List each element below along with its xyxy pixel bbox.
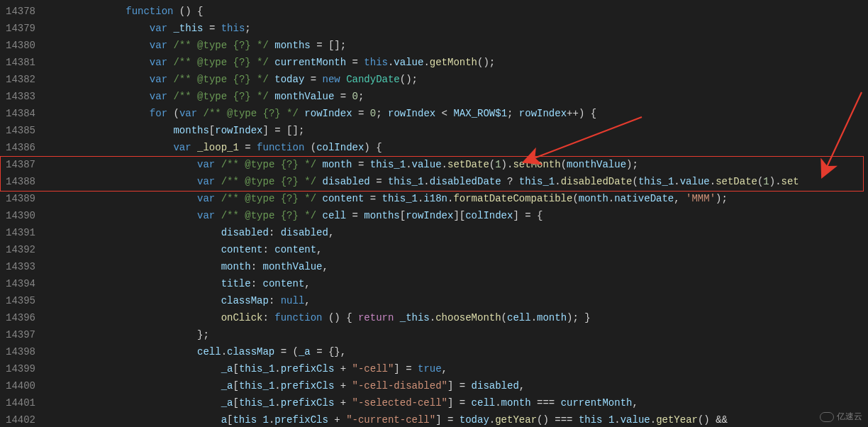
code-line[interactable]: title: content, xyxy=(78,275,868,292)
code-line[interactable]: classMap: null, xyxy=(78,292,868,309)
line-number: 14386 xyxy=(6,139,35,156)
line-number: 14383 xyxy=(6,88,35,105)
code-line[interactable]: function () { xyxy=(78,3,868,20)
line-number: 14380 xyxy=(6,37,35,54)
line-number: 14401 xyxy=(6,394,35,411)
watermark: 亿速云 xyxy=(820,411,862,423)
code-line[interactable]: var /** @type {?} */ disabled = this_1.d… xyxy=(78,173,868,190)
code-line[interactable]: content: content, xyxy=(78,241,868,258)
code-line[interactable]: _a[this_1.prefixCls + "-selected-cell"] … xyxy=(78,394,868,411)
line-number: 14392 xyxy=(6,241,35,258)
line-number: 14397 xyxy=(6,326,35,343)
code-line[interactable]: cell.classMap = (_a = {}, xyxy=(78,343,868,360)
line-number: 14389 xyxy=(6,190,35,207)
watermark-text: 亿速云 xyxy=(837,411,862,423)
line-number: 14398 xyxy=(6,343,35,360)
code-line[interactable]: var _this = this; xyxy=(78,20,868,37)
code-line[interactable]: var /** @type {?} */ month = this_1.valu… xyxy=(78,156,868,173)
line-number: 14382 xyxy=(6,71,35,88)
line-number-gutter: 1437814379143801438114382143831438414385… xyxy=(0,0,48,427)
line-number: 14393 xyxy=(6,258,35,275)
code-line[interactable]: var /** @type {?} */ monthValue = 0; xyxy=(78,88,868,105)
code-line[interactable]: months[rowIndex] = []; xyxy=(78,122,868,139)
line-number: 14388 xyxy=(6,173,35,190)
line-number: 14402 xyxy=(6,411,35,427)
line-number: 14384 xyxy=(6,105,35,122)
code-line[interactable]: var /** @type {?} */ content = this_1.i1… xyxy=(78,190,868,207)
line-number: 14400 xyxy=(6,377,35,394)
code-line[interactable]: a[this 1.prefixCls + "-current-cell"] = … xyxy=(78,411,868,427)
line-number: 14396 xyxy=(6,309,35,326)
code-line[interactable]: var _loop_1 = function (colIndex) { xyxy=(78,139,868,156)
line-number: 14399 xyxy=(6,360,35,377)
code-editor[interactable]: 1437814379143801438114382143831438414385… xyxy=(0,0,868,427)
code-line[interactable]: month: monthValue, xyxy=(78,258,868,275)
code-line[interactable]: for (var /** @type {?} */ rowIndex = 0; … xyxy=(78,105,868,122)
line-number: 14394 xyxy=(6,275,35,292)
cloud-icon xyxy=(820,412,834,422)
code-line[interactable]: var /** @type {?} */ cell = months[rowIn… xyxy=(78,207,868,224)
line-number: 14378 xyxy=(6,3,35,20)
code-line[interactable]: }; xyxy=(78,326,868,343)
code-line[interactable]: _a[this_1.prefixCls + "-cell-disabled"] … xyxy=(78,377,868,394)
code-line[interactable]: var /** @type {?} */ currentMonth = this… xyxy=(78,54,868,71)
code-line[interactable]: var /** @type {?} */ months = []; xyxy=(78,37,868,54)
line-number: 14381 xyxy=(6,54,35,71)
fold-column xyxy=(48,0,72,427)
line-number: 14395 xyxy=(6,292,35,309)
line-number: 14379 xyxy=(6,20,35,37)
line-number: 14387 xyxy=(6,156,35,173)
line-number: 14391 xyxy=(6,224,35,241)
code-line[interactable]: _a[this_1.prefixCls + "-cell"] = true, xyxy=(78,360,868,377)
line-number: 14385 xyxy=(6,122,35,139)
code-line[interactable]: disabled: disabled, xyxy=(78,224,868,241)
line-number: 14390 xyxy=(6,207,35,224)
code-line[interactable]: onClick: function () { return _this.choo… xyxy=(78,309,868,326)
code-area[interactable]: function () { var _this = this; var /** … xyxy=(72,0,868,427)
code-line[interactable]: var /** @type {?} */ today = new CandyDa… xyxy=(78,71,868,88)
